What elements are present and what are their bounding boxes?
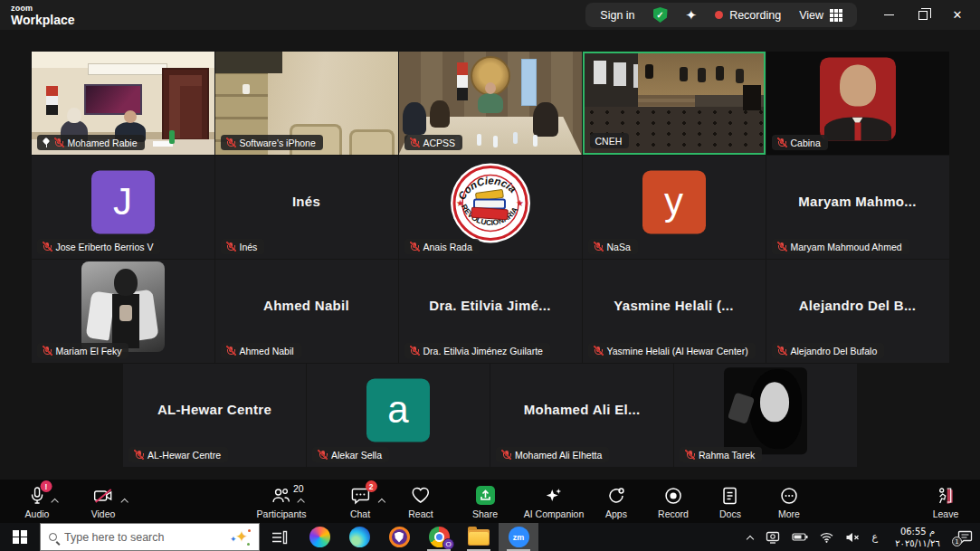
tile-acpss[interactable]: ACPSS	[399, 52, 582, 155]
shield-browser-app-icon[interactable]	[379, 523, 419, 551]
participant-nameplate: Rahma Tarek	[680, 447, 762, 462]
audio-alert-badge: !	[40, 480, 52, 492]
volume-muted-icon[interactable]	[845, 532, 860, 543]
recording-label: Recording	[729, 9, 781, 22]
tile-softwares-iphone[interactable]: Software's iPhone	[215, 52, 398, 155]
participant-nameplate: Mohamed Ali Elhetta	[496, 447, 609, 462]
participant-name: Yasmine Helali (Al Hewar Center)	[607, 346, 748, 356]
tile-anais-rada[interactable]: ConCiencia REVOLUCIONARIA ★ ★	[399, 156, 582, 259]
hidden-icons-chevron[interactable]	[747, 534, 754, 541]
participant-nameplate: Ahmed Nabil	[221, 343, 301, 358]
windows-logo-icon	[13, 530, 27, 545]
taskbar-clock[interactable]: 06:55 م ٢٠٢٥/١١/٢٦	[890, 526, 946, 549]
audio-options-caret[interactable]	[52, 498, 59, 504]
mic-muted-icon	[410, 242, 420, 252]
participant-nameplate: Mohamed Rabie	[37, 135, 145, 150]
mic-muted-icon	[54, 138, 64, 147]
leave-button[interactable]: Leave	[933, 486, 959, 519]
participant-nameplate: Mariam El Feky	[37, 343, 129, 358]
tile-ines[interactable]: Inés Inés	[215, 156, 398, 259]
participant-nameplate: Inés	[221, 239, 265, 254]
wifi-icon[interactable]	[820, 532, 833, 543]
tile-cabina[interactable]: Cabina	[766, 52, 949, 155]
tile-maryam-mahmoud[interactable]: Maryam Mahmo... Maryam Mahmoud Ahmed	[766, 156, 949, 259]
tile-yasmine-helali[interactable]: Yasmine Helali (... Yasmine Helali (Al H…	[583, 260, 766, 363]
participant-nameplate: Jose Eriberto Berrios V	[37, 239, 161, 254]
security-shield-icon[interactable]: ✓	[653, 7, 668, 23]
svg-text:★: ★	[516, 198, 524, 208]
display-name: Yasmine Helali (...	[583, 260, 766, 350]
taskbar-search[interactable]: ✦✦	[40, 523, 260, 551]
tile-alejandro-del-bufalo[interactable]: Alejandro Del B... Alejandro Del Bufalo	[766, 260, 949, 363]
participants-button[interactable]: 20 Participants	[257, 486, 307, 519]
react-button[interactable]: React	[408, 486, 433, 519]
mic-muted-icon	[777, 138, 787, 147]
audio-button[interactable]: ! Audio	[25, 486, 50, 519]
tile-mohamed-rabie[interactable]: Mohamed Rabie	[32, 52, 214, 155]
copilot-app-icon[interactable]	[300, 523, 339, 551]
docs-button[interactable]: Docs	[719, 486, 741, 519]
react-label: React	[408, 508, 433, 519]
apps-button[interactable]: Apps	[605, 486, 627, 519]
initial-avatar: a	[366, 378, 430, 442]
video-button[interactable]: Video	[91, 486, 116, 519]
ai-companion-button[interactable]: AI Companion	[524, 486, 585, 519]
tile-cneh-active-speaker[interactable]: CNEH	[583, 52, 766, 155]
display-name: Ahmed Nabil	[215, 260, 398, 350]
tile-ahmed-nabil[interactable]: Ahmed Nabil Ahmed Nabil	[215, 260, 398, 363]
participants-options-caret[interactable]	[299, 498, 305, 504]
chrome-app-icon[interactable]: O	[419, 523, 459, 551]
mic-muted-icon	[501, 450, 511, 460]
sign-in-button[interactable]: Sign in	[600, 9, 634, 22]
search-input[interactable]	[64, 531, 224, 544]
mic-muted-icon	[685, 450, 695, 460]
participant-name: Dra. Etilvia Jiménez Guilarte	[423, 346, 543, 356]
clock-time: 06:55 م	[890, 526, 946, 537]
record-button[interactable]: Record	[658, 486, 689, 519]
video-options-caret[interactable]	[122, 498, 128, 504]
display-name: Alejandro Del B...	[766, 260, 949, 350]
copilot-sparkle-icon: ✦✦	[231, 528, 251, 546]
apps-label: Apps	[605, 508, 627, 519]
tile-rahma-tarek[interactable]: Rahma Tarek	[674, 364, 857, 467]
display-name: Dra. Etilvia Jimé...	[399, 260, 582, 350]
initial-avatar: y	[642, 170, 706, 233]
tile-mohamed-ali-elhetta[interactable]: Mohamed Ali El... Mohamed Ali Elhetta	[490, 364, 673, 467]
svg-text:★: ★	[456, 198, 464, 208]
battery-icon[interactable]	[792, 532, 808, 542]
zoom-workplace-logo: zoom Workplace	[11, 5, 75, 26]
restore-button[interactable]	[906, 0, 940, 30]
recording-indicator[interactable]: Recording	[715, 9, 781, 22]
display-name: AL-Hewar Centre	[123, 364, 306, 454]
ai-sparkle-icon[interactable]: ✦	[686, 8, 698, 22]
tile-mariam-el-feky[interactable]: Mariam El Feky	[32, 260, 214, 363]
close-button[interactable]: ✕	[940, 0, 975, 30]
edge-app-icon[interactable]	[339, 523, 379, 551]
display-name: Maryam Mahmo...	[766, 156, 949, 246]
tile-al-hewar-centre[interactable]: AL-Hewar Centre AL-Hewar Centre	[123, 364, 306, 467]
tile-dra-etilvia[interactable]: Dra. Etilvia Jimé... Dra. Etilvia Jiméne…	[399, 260, 582, 363]
action-center-button[interactable]: 1	[957, 530, 973, 544]
chat-options-caret[interactable]	[379, 498, 385, 504]
tile-nasa[interactable]: y NaSa	[583, 156, 766, 259]
language-indicator[interactable]: ع	[871, 531, 878, 543]
chat-button[interactable]: 2 Chat	[350, 486, 370, 519]
start-button[interactable]	[0, 523, 40, 551]
display-sync-icon[interactable]	[766, 531, 780, 544]
mic-muted-icon	[43, 346, 52, 356]
task-view-button[interactable]	[260, 523, 300, 551]
zoom-app-icon[interactable]: zm	[499, 523, 538, 551]
view-button[interactable]: View	[799, 9, 842, 22]
leave-label: Leave	[933, 508, 959, 519]
tile-alekar-sella[interactable]: a Alekar Sella	[307, 364, 490, 467]
file-explorer-app-icon[interactable]	[459, 523, 499, 551]
mic-muted-icon	[410, 346, 420, 356]
tile-jose-eriberto[interactable]: J Jose Eriberto Berrios V	[32, 156, 214, 259]
participant-nameplate: Yasmine Helali (Al Hewar Center)	[588, 343, 756, 358]
minimize-button[interactable]	[871, 0, 906, 30]
logo-workplace-text: Workplace	[11, 14, 75, 26]
recording-dot-icon	[715, 11, 723, 19]
share-button[interactable]: Share	[472, 486, 498, 519]
gallery-view: Mohamed Rabie Software's iPhone	[0, 30, 980, 480]
more-button[interactable]: More	[778, 486, 800, 519]
